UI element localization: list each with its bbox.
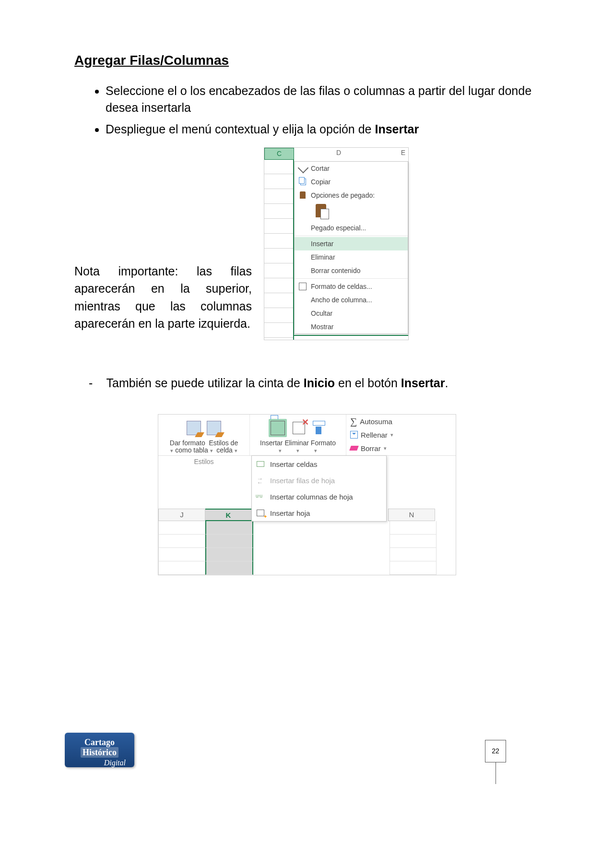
label: Formato [311,439,336,447]
label: Insertar columnas de hoja [270,493,353,501]
label: como tabla [175,446,208,454]
label: Estilos de [209,439,238,447]
group-label-styles: Estilos [158,456,249,467]
insert-cols[interactable]: Insertar columnas de hoja [252,488,386,505]
text-bold: Insertar [401,376,445,390]
menu-delete[interactable]: Eliminar [295,250,408,264]
insert-dropdown-menu: Insertar celdas Insertar filas de hoja I… [251,455,387,522]
cartago-badge: Cartago Histórico Digital [65,733,134,767]
label: Ancho de columna... [311,296,372,304]
badge-text: Histórico [81,747,118,758]
instruction-list: Seleccione el o los encabezados de las f… [74,83,540,138]
label: Copiar [311,178,331,186]
insert-cells-icon [257,460,265,468]
insert-cols-icon [257,492,265,501]
autosum-button[interactable]: ∑Autosuma [346,415,409,428]
context-menu-screenshot: C D E Cortar Copiar Opciones de pegado: … [264,147,409,340]
label: Borrar [361,444,381,452]
text: . [445,376,449,390]
menu-hide[interactable]: Ocultar [295,307,408,320]
label: Pegado especial... [311,224,366,232]
text: También se puede utilizar la cinta de [106,376,304,390]
column-header-c: C [264,148,294,160]
label: Autosuma [360,417,392,426]
menu-clear[interactable]: Borrar contenido [295,264,408,277]
fill-icon [350,431,358,439]
text: Despliegue el menú contextual y elija la… [106,122,375,136]
paste-icon [298,191,307,200]
column-header-e: E [401,149,405,156]
label: Cortar [311,165,330,172]
text-bold: Insertar [375,122,419,136]
context-menu: Cortar Copiar Opciones de pegado: Pegado… [294,161,408,334]
cut-icon [298,164,307,173]
insert-rows-icon [257,476,265,485]
label: Rellenar [361,431,388,439]
fill-button[interactable]: Rellenar▾ [346,428,409,441]
copy-icon [298,178,307,186]
ribbon-group-styles: Dar formato Estilos de ▾ como tabla ▾ ce… [158,415,250,455]
insert-sheet[interactable]: Insertar hoja [252,505,386,521]
menu-show[interactable]: Mostrar [295,320,408,333]
menu-col-width[interactable]: Ancho de columna... [295,293,408,307]
page-stem [496,762,496,784]
label: Insertar hoja [270,509,310,517]
menu-paste-options[interactable]: Opciones de pegado: [295,189,408,202]
cell-styles-icon[interactable] [206,420,222,436]
insert-sheet-icon [257,509,265,517]
insert-rows[interactable]: Insertar filas de hoja [252,472,386,488]
menu-format-cells[interactable]: Formato de celdas... [295,280,408,293]
label: Eliminar [284,439,309,447]
text-bold: Inicio [304,376,335,390]
label: Insertar [260,439,283,447]
menu-paste-special[interactable]: Pegado especial... [295,221,408,235]
column-header-d: D [336,149,341,156]
badge-text: Digital [65,759,134,767]
col-k-selected[interactable]: K [205,509,252,521]
label: celda [216,446,232,454]
instruction-item: Seleccione el o los encabezados de las f… [106,83,540,116]
ribbon-group-editing: ∑Autosuma Rellenar▾ Borrar▾ [346,415,409,455]
ribbon-screenshot: Dar formato Estilos de ▾ como tabla ▾ ce… [158,414,456,575]
format-icon [298,282,307,291]
insert-cells[interactable]: Insertar celdas [252,456,386,472]
col-j[interactable]: J [158,509,205,521]
delete-icon[interactable] [291,420,307,436]
badge-text: Cartago [84,737,115,747]
menu-copy[interactable]: Copiar [295,175,408,189]
page-number: 22 [485,740,506,762]
label: Formato de celdas... [311,283,372,290]
col-n[interactable]: N [389,509,435,521]
menu-insert[interactable]: Insertar [295,237,408,250]
instruction-item: Despliegue el menú contextual y elija la… [106,121,540,138]
menu-cut[interactable]: Cortar [295,162,408,175]
label: Mostrar [311,323,333,331]
format-icon[interactable] [311,420,327,436]
label: Insertar filas de hoja [270,476,335,485]
insert-icon[interactable] [269,419,287,437]
sub-instruction: - También se puede utilizar la cinta de … [89,376,540,390]
label: Opciones de pegado: [311,191,375,199]
label: Insertar [311,240,333,248]
label: Insertar celdas [270,460,317,468]
text: en el botón [335,376,401,390]
ribbon-group-cells: Insertar Eliminar Formato ▾ ▾ ▾ [250,415,346,455]
note-text: Nota importante: las filas aparecerán en… [74,147,264,340]
label: Dar formato [170,439,205,447]
paste-big-icon[interactable] [316,204,329,219]
format-as-table-icon[interactable] [186,420,202,436]
eraser-icon [349,446,359,451]
section-title: Agregar Filas/Columnas [74,53,540,68]
label: Ocultar [311,309,332,317]
clear-button[interactable]: Borrar▾ [346,441,409,455]
label: Borrar contenido [311,267,361,274]
sigma-icon: ∑ [350,416,357,427]
label: Eliminar [311,253,335,261]
